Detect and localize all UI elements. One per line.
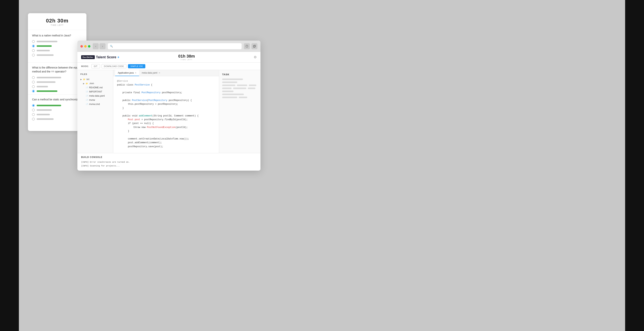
file-tree-mvnw[interactable]: 📄 mvnw: [78, 98, 113, 102]
code-line-1: @Service: [117, 79, 215, 83]
file-tree-mvn[interactable]: ▶ 📁 .mvn: [78, 81, 113, 86]
tab-label-application-java: Application.java: [118, 72, 134, 74]
tab-close-meta-data-yaml[interactable]: ✕: [158, 72, 160, 74]
quiz-option-3-2[interactable]: [32, 109, 82, 111]
quiz-radio-1-2[interactable]: [32, 45, 35, 47]
task-line-2: [222, 82, 237, 83]
file-icon-mvnw: 📄: [86, 99, 88, 101]
quiz-option-2-1[interactable]: [32, 76, 82, 79]
settings-icon[interactable]: ⚙: [254, 55, 257, 59]
browser-window: ‹ › 🔍 DevSkiller Talent Score + 01h: [78, 40, 260, 170]
devskiller-label: DevSkiller: [81, 55, 95, 59]
quiz-option-bar-2-1: [36, 77, 61, 78]
quiz-option-2-3[interactable]: [32, 85, 82, 88]
file-icon-important: 📄: [86, 91, 88, 93]
ide-body: DevSkiller Talent Score + 01h 38m TIME L…: [78, 52, 260, 170]
file-tree-important[interactable]: 📄 IMPORTANT: [78, 90, 113, 94]
quiz-radio-1-4[interactable]: [32, 54, 35, 56]
simple-ide-button[interactable]: SIMPLE IDE: [128, 64, 146, 68]
quiz-radio-1-3[interactable]: [32, 49, 35, 52]
right-sidebar: [625, 0, 644, 331]
arrow-icon-mvn: ▶: [83, 82, 84, 84]
code-editor: Application.java ✕ meta-data.yaml ✕ @Ser…: [113, 70, 219, 153]
files-heading: FILES: [78, 73, 113, 77]
quiz-option-2-2[interactable]: [32, 81, 82, 84]
tab-label-meta-data-yaml: meta-data.yaml: [142, 72, 158, 74]
quiz-option-bar-3-4: [36, 118, 54, 120]
quiz-option-bar-1-2: [36, 45, 52, 47]
quiz-option-3-3[interactable]: [32, 113, 82, 116]
maximize-dot[interactable]: [88, 45, 90, 48]
quiz-radio-3-1[interactable]: [32, 104, 35, 107]
download-code-button[interactable]: DOWNLOAD CODE: [102, 64, 126, 68]
code-line-4: private final PostRepository postReposit…: [117, 91, 215, 94]
task-line-row-2: [222, 88, 258, 89]
quiz-question-text-3: Can a method be static and synchronized?: [32, 98, 82, 102]
copy-button[interactable]: [252, 43, 258, 49]
tab-application-java[interactable]: Application.java ✕: [115, 70, 139, 76]
arrow-icon: ▶: [80, 78, 82, 80]
back-button[interactable]: ‹: [93, 43, 99, 49]
quiz-radio-1-1[interactable]: [32, 40, 35, 43]
quiz-option-2-4[interactable]: [32, 90, 82, 92]
svg-rect-0: [246, 45, 248, 47]
file-tree-readme[interactable]: 📄 README.md: [78, 86, 113, 90]
quiz-timer-value: 02h 30m: [28, 18, 86, 24]
code-line-6: public PostService(PostRepository postRe…: [117, 98, 215, 102]
tab-meta-data-yaml[interactable]: meta-data.yaml ✕: [139, 70, 163, 76]
file-label-meta: meta-data.yaml: [89, 94, 105, 97]
file-icon-mvnw-cmd: 📄: [86, 103, 88, 105]
ide-header: DevSkiller Talent Score + 01h 38m TIME L…: [78, 52, 260, 63]
quiz-radio-3-4[interactable]: [32, 118, 35, 120]
talent-score-logo: DevSkiller Talent Score +: [81, 55, 119, 59]
task-line-4a: [222, 88, 232, 89]
file-label-mvn: .mvn: [89, 82, 94, 85]
quiz-option-1-3[interactable]: [32, 49, 82, 52]
quiz-radio-2-4[interactable]: [32, 90, 35, 92]
browser-address-bar[interactable]: 🔍: [108, 43, 242, 49]
quiz-option-3-4[interactable]: [32, 118, 82, 120]
quiz-option-1-4[interactable]: [32, 54, 82, 56]
quiz-option-bar-2-2: [36, 81, 56, 83]
quiz-radio-2-1[interactable]: [32, 76, 35, 79]
file-label-mvnw-cmd: mvnw.cmd: [89, 103, 100, 106]
close-dot[interactable]: [80, 45, 83, 48]
talent-text: Talent: [96, 55, 106, 59]
ide-mode-bar: MODE: GIT DOWNLOAD CODE SIMPLE IDE: [78, 63, 260, 70]
file-label-important: IMPORTANT: [89, 90, 102, 93]
quiz-option-3-1[interactable]: [32, 104, 82, 107]
task-line-4b: [233, 88, 246, 89]
share-button[interactable]: [244, 43, 250, 49]
minimize-dot[interactable]: [84, 45, 87, 48]
file-label-mvnw: mvnw: [89, 99, 95, 101]
code-area[interactable]: @Service public class PostService { priv…: [113, 76, 219, 153]
quiz-question-text-2: What is the difference between the equal…: [32, 66, 82, 74]
file-tree-meta[interactable]: 📄 meta-data.yaml: [78, 94, 113, 98]
file-icon-readme: 📄: [86, 86, 88, 89]
quiz-option-1-2[interactable]: [32, 45, 82, 47]
folder-icon: 📁: [83, 78, 85, 80]
quiz-radio-2-3[interactable]: [32, 85, 35, 88]
tab-close-application-java[interactable]: ✕: [135, 72, 136, 74]
browser-traffic-lights: [80, 45, 90, 48]
quiz-radio-2-2[interactable]: [32, 81, 35, 84]
file-tree-src[interactable]: ▶ 📁 src: [78, 77, 113, 81]
task-line-4c: [248, 88, 255, 89]
file-label-readme: README.md: [89, 86, 102, 89]
code-line-16: comment.setCreationDate(LocalDateTime.no…: [117, 137, 215, 141]
build-line-1: [INFO] Error stacktraces are turned on.: [81, 160, 257, 164]
quiz-radio-3-2[interactable]: [32, 109, 35, 111]
file-tree: FILES ▶ 📁 src ▶ 📁 .mvn 📄 README.md 📄: [78, 70, 113, 153]
task-line-7a: [222, 96, 237, 98]
forward-button[interactable]: ›: [100, 43, 106, 49]
search-icon: 🔍: [110, 45, 113, 48]
git-mode-button[interactable]: GIT: [91, 64, 100, 68]
quiz-radio-3-3[interactable]: [32, 113, 35, 116]
quiz-question-text-1: What is a native method in Java?: [32, 34, 82, 38]
browser-titlebar: ‹ › 🔍: [78, 40, 260, 52]
quiz-option-1-1[interactable]: [32, 40, 82, 43]
code-tabs: Application.java ✕ meta-data.yaml ✕: [113, 70, 219, 76]
browser-action-buttons: [244, 43, 258, 49]
code-line-10: public void addComment(String postId, Co…: [117, 114, 215, 118]
file-tree-mvnw-cmd[interactable]: 📄 mvnw.cmd: [78, 102, 113, 106]
